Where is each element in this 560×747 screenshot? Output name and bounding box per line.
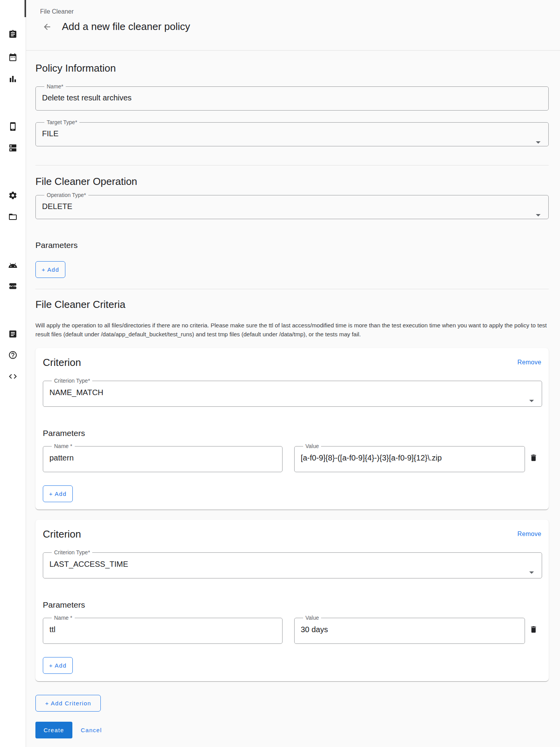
sidebar-item-plans[interactable] <box>8 53 18 62</box>
back-button[interactable] <box>42 22 52 32</box>
param-name-label: Name * <box>52 443 75 450</box>
scrollbar-thumb[interactable] <box>25 0 26 17</box>
param-value-field[interactable]: Value [a-f0-9]{8}-([a-f0-9]{4}-){3}[a-f0… <box>294 443 525 472</box>
sidebar-item-code[interactable] <box>8 372 18 381</box>
dropdown-arrow-icon <box>536 141 541 144</box>
sidebar-item-android[interactable] <box>8 261 18 270</box>
operation-type-select[interactable]: Operation Type* DELETE <box>35 192 549 219</box>
add-operation-parameter-button[interactable]: + Add <box>35 261 65 278</box>
target-type-label: Target Type* <box>44 119 79 126</box>
section-divider <box>35 289 549 289</box>
param-value-value: 30 days <box>301 621 518 643</box>
criterion-type-label: Criterion Type* <box>52 549 92 556</box>
parameter-row: Name * ttl Value 30 days <box>43 615 542 644</box>
criterion-type-label: Criterion Type* <box>52 378 92 384</box>
sidebar <box>0 0 26 747</box>
target-type-value: FILE <box>42 126 542 146</box>
criterion-type-select[interactable]: Criterion Type* NAME_MATCH <box>43 378 542 407</box>
sidebar-item-monitoring[interactable] <box>8 281 18 291</box>
policy-name-field[interactable]: Name* Delete test result archives <box>35 83 549 111</box>
param-value-label: Value <box>303 443 321 450</box>
remove-criterion-link[interactable]: Remove <box>518 357 542 366</box>
policy-information-heading: Policy Information <box>35 62 549 74</box>
delete-parameter-button[interactable] <box>525 621 542 638</box>
criterion-heading: Criterion <box>43 528 81 540</box>
dropdown-arrow-icon <box>529 571 534 574</box>
add-criterion-parameter-button[interactable]: + Add <box>43 485 73 502</box>
param-value-field[interactable]: Value 30 days <box>294 615 525 644</box>
main-area: File Cleaner Add a new file cleaner poli… <box>26 0 560 747</box>
calendar-icon <box>8 53 18 62</box>
policy-name-label: Name* <box>44 83 66 90</box>
operation-type-value: DELETE <box>42 199 542 219</box>
create-button[interactable]: Create <box>35 722 72 738</box>
article-icon <box>8 329 18 339</box>
param-name-value: ttl <box>49 621 276 643</box>
trash-icon <box>529 625 538 634</box>
form-actions: Create Cancel <box>35 722 549 738</box>
criterion-card-header: Criterion Remove <box>43 528 542 540</box>
title-row: Add a new file cleaner policy <box>40 21 560 33</box>
criterion-parameters-heading: Parameters <box>43 600 542 610</box>
param-name-value: pattern <box>49 450 276 472</box>
delete-parameter-button[interactable] <box>525 449 542 466</box>
dropdown-arrow-icon <box>536 214 541 216</box>
cancel-button[interactable]: Cancel <box>75 722 108 738</box>
sidebar-item-hosts[interactable] <box>8 143 18 153</box>
policy-name-value: Delete test result archives <box>42 90 542 110</box>
sidebar-item-files[interactable] <box>8 212 18 221</box>
dropdown-arrow-icon <box>529 400 534 402</box>
section-divider <box>35 165 549 165</box>
bar-chart-icon <box>8 74 18 84</box>
operation-type-label: Operation Type* <box>44 192 88 199</box>
param-value-value: [a-f0-9]{8}-([a-f0-9]{4}-){3}[a-f0-9]{12… <box>301 450 518 472</box>
criterion-card-header: Criterion Remove <box>43 357 542 368</box>
criterion-parameters-heading: Parameters <box>43 429 542 438</box>
param-name-label: Name * <box>52 615 75 621</box>
parameter-row: Name * pattern Value [a-f0-9]{8}-([a-f0-… <box>43 443 542 472</box>
criterion-type-value: LAST_ACCESS_TIME <box>49 556 535 578</box>
sidebar-item-settings[interactable] <box>8 191 18 200</box>
page-header: File Cleaner Add a new file cleaner poli… <box>26 0 560 51</box>
arrow-back-icon <box>42 22 52 32</box>
form-content: Policy Information Name* Delete test res… <box>26 51 560 743</box>
criteria-heading: File Cleaner Criteria <box>35 299 549 310</box>
trash-icon <box>529 453 538 462</box>
param-name-field[interactable]: Name * pattern <box>43 443 283 472</box>
android-icon <box>8 261 18 270</box>
param-name-field[interactable]: Name * ttl <box>43 615 283 644</box>
app-root: File Cleaner Add a new file cleaner poli… <box>0 0 560 747</box>
code-icon <box>8 372 18 381</box>
operation-heading: File Cleaner Operation <box>35 176 549 187</box>
operation-parameters-heading: Parameters <box>35 241 549 250</box>
param-value-label: Value <box>303 615 321 621</box>
smartphone-icon <box>8 122 18 131</box>
criterion-card: Criterion Remove Criterion Type* NAME_MA… <box>35 348 549 510</box>
criterion-card: Criterion Remove Criterion Type* LAST_AC… <box>35 520 549 681</box>
settings-icon <box>8 191 18 200</box>
sidebar-item-help[interactable] <box>8 350 18 360</box>
target-type-select[interactable]: Target Type* FILE <box>35 119 549 146</box>
criterion-heading: Criterion <box>43 357 81 368</box>
monitoring-icon <box>8 281 18 291</box>
sidebar-item-tests[interactable] <box>8 30 18 39</box>
criterion-type-value: NAME_MATCH <box>49 384 535 406</box>
folder-icon <box>8 212 18 221</box>
help-icon <box>8 350 18 360</box>
sidebar-item-docs[interactable] <box>8 329 18 339</box>
page-title: Add a new file cleaner policy <box>62 21 190 33</box>
clipboard-icon <box>8 30 18 39</box>
storage-icon <box>8 143 18 153</box>
criterion-type-select[interactable]: Criterion Type* LAST_ACCESS_TIME <box>43 549 542 578</box>
add-criterion-parameter-button[interactable]: + Add <box>43 657 73 674</box>
sidebar-item-results[interactable] <box>8 74 18 84</box>
add-criterion-button[interactable]: + Add Criterion <box>35 695 101 712</box>
sidebar-item-devices[interactable] <box>8 122 18 131</box>
remove-criterion-link[interactable]: Remove <box>518 528 542 538</box>
breadcrumb: File Cleaner <box>40 8 560 15</box>
criteria-description: Will apply the operation to all files/di… <box>35 321 549 339</box>
